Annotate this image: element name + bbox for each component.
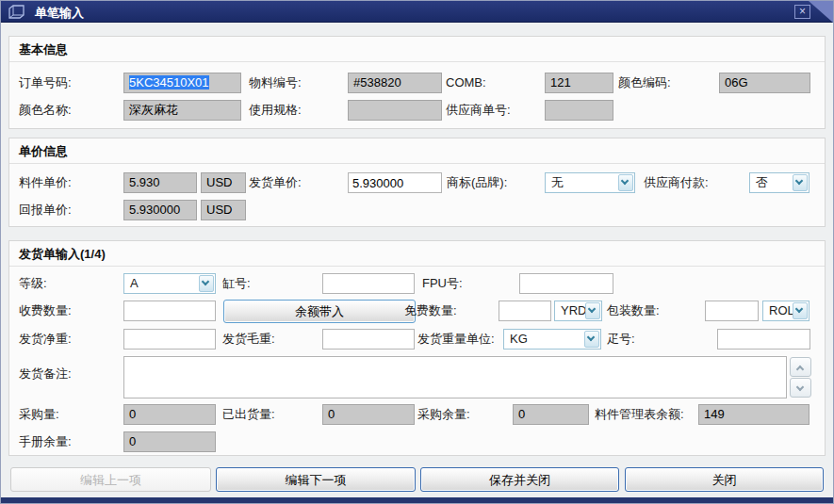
weight-unit-value: KG: [510, 330, 528, 349]
form-icon: [8, 5, 25, 19]
dialog-window: 单笔输入 × 基本信息 订单号码: 5KC34510X01 物料编号: #538…: [0, 0, 834, 504]
vat-no-input[interactable]: [322, 273, 415, 294]
usage-spec-field: [348, 100, 442, 121]
selected-text: 5KC34510X01: [129, 75, 209, 89]
remark-label: 发货备注:: [19, 364, 72, 384]
save-and-close-button[interactable]: 保存并关闭: [420, 467, 619, 492]
usage-spec-label: 使用规格:: [249, 100, 302, 121]
chevron-down-icon[interactable]: [793, 174, 808, 191]
material-price-label: 料件单价:: [19, 172, 72, 193]
supplier-payment-value: 否: [756, 173, 768, 192]
brand-dropdown[interactable]: 无: [545, 172, 635, 193]
purchase-balance-label: 采购余量:: [417, 404, 470, 425]
gross-weight-label: 发货毛重:: [222, 329, 275, 350]
titlebar: 单笔输入 ×: [1, 1, 833, 23]
report-price-field: 5.930000: [123, 200, 197, 220]
gross-weight-input[interactable]: [322, 329, 415, 350]
report-price-label: 回报单价:: [19, 200, 72, 220]
free-qty-unit-dropdown[interactable]: YRD: [554, 301, 602, 321]
chevron-down-icon[interactable]: [585, 302, 600, 319]
section-title: 基本信息: [19, 41, 68, 58]
manual-balance-field: 0: [123, 431, 216, 452]
shipping-price-label: 发货单价:: [249, 172, 302, 193]
section-title: 发货单输入(1/4): [19, 246, 106, 263]
free-qty-label: 免费数量:: [404, 301, 457, 321]
manual-balance-label: 手册余量:: [19, 431, 72, 452]
color-name-label: 颜色名称:: [19, 100, 72, 121]
shipped-qty-label: 已出货量:: [222, 404, 275, 425]
report-price-unit: USD: [201, 200, 246, 220]
shipped-qty-field: 0: [322, 404, 415, 425]
section-separator: [9, 163, 825, 164]
section-basic-info: 基本信息 订单号码: 5KC34510X01 物料编号: #538820 COM…: [8, 36, 826, 129]
pi-no-input[interactable]: [717, 329, 810, 350]
package-qty-input[interactable]: [705, 301, 759, 321]
weight-unit-label: 发货重量单位:: [417, 329, 495, 350]
charged-qty-input[interactable]: [123, 301, 216, 321]
vat-no-label: 缸号:: [222, 273, 251, 294]
package-qty-unit-dropdown[interactable]: ROL: [762, 301, 809, 321]
titlebar-corner-decoration: [809, 1, 833, 23]
free-qty-input[interactable]: [499, 301, 551, 321]
edit-next-button[interactable]: 编辑下一项: [216, 467, 416, 492]
section-separator: [9, 61, 825, 62]
chevron-down-icon[interactable]: [584, 331, 599, 348]
fpu-no-input[interactable]: [519, 273, 613, 294]
brand-value: 无: [551, 173, 564, 192]
color-code-field: 06G: [719, 73, 810, 93]
material-price-unit: USD: [201, 172, 246, 193]
supplier-order-no-label: 供应商单号:: [446, 100, 511, 121]
section-shipping-input: 发货单输入(1/4) 等级: A 缸号: FPU号: 收费数量: 余额带入 免费…: [8, 240, 826, 456]
package-qty-unit-value: ROL: [769, 301, 794, 320]
material-no-field: #538820: [348, 73, 442, 93]
window-title: 单笔输入: [35, 5, 84, 22]
shipping-price-input[interactable]: [348, 172, 442, 193]
window-bottom-edge: [1, 497, 833, 503]
grade-value: A: [130, 274, 139, 293]
package-qty-label: 包装数量:: [607, 301, 660, 321]
scroll-up-icon[interactable]: [790, 357, 811, 377]
material-no-label: 物料编号:: [249, 73, 302, 93]
chevron-down-icon[interactable]: [618, 174, 633, 191]
chevron-down-icon[interactable]: [199, 275, 214, 292]
material-mgmt-balance-field: 149: [698, 404, 809, 425]
purchase-balance-field: 0: [513, 404, 589, 425]
section-separator: [9, 266, 825, 267]
edit-previous-button: 编辑上一项: [10, 467, 211, 492]
comb-field: 121: [545, 73, 613, 93]
remark-textarea[interactable]: [123, 356, 787, 398]
grade-dropdown[interactable]: A: [123, 273, 216, 294]
charged-qty-label: 收费数量:: [19, 301, 72, 321]
brand-label: 商标(品牌):: [447, 172, 507, 193]
grade-label: 等级:: [19, 273, 47, 294]
order-no-field[interactable]: 5KC34510X01: [123, 73, 241, 93]
purchase-qty-label: 采购量:: [19, 404, 59, 425]
pi-no-label: 疋号:: [607, 329, 635, 350]
material-price-field: 5.930: [123, 172, 197, 193]
supplier-payment-label: 供应商付款:: [644, 172, 709, 193]
supplier-payment-dropdown[interactable]: 否: [749, 172, 809, 193]
scroll-down-icon[interactable]: [790, 378, 811, 398]
color-code-label: 颜色编码:: [618, 73, 671, 93]
fpu-no-label: FPU号:: [422, 273, 463, 294]
free-qty-unit-value: YRD: [561, 301, 586, 320]
chevron-down-icon[interactable]: [793, 302, 808, 319]
section-title: 单价信息: [19, 143, 68, 160]
color-name-field: 深灰麻花: [123, 100, 241, 121]
close-icon[interactable]: ×: [794, 5, 810, 19]
order-no-label: 订单号码:: [19, 73, 72, 93]
comb-label: COMB:: [446, 73, 486, 93]
close-button[interactable]: 关闭: [625, 467, 824, 492]
purchase-qty-field: 0: [123, 404, 216, 425]
balance-fill-button[interactable]: 余额带入: [223, 300, 416, 323]
supplier-order-no-field: [545, 100, 613, 121]
material-mgmt-balance-label: 料件管理表余额:: [595, 404, 684, 425]
section-price-info: 单价信息 料件单价: 5.930 USD 发货单价: 商标(品牌): 无 供应商…: [8, 138, 826, 227]
net-weight-label: 发货净重:: [19, 329, 72, 350]
weight-unit-dropdown[interactable]: KG: [503, 329, 601, 350]
net-weight-input[interactable]: [123, 329, 216, 350]
